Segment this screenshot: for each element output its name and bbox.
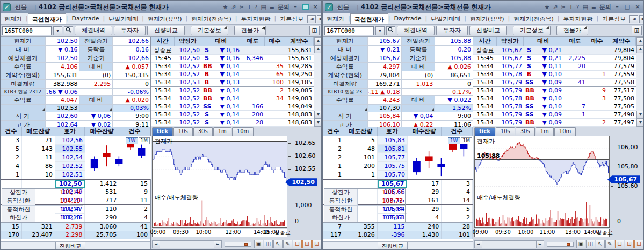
ask-price[interactable]: 105,81 — [378, 145, 408, 153]
trade-row[interactable]: 장종료105,67S▼ 0,2179,804 — [473, 46, 636, 55]
trade-row[interactable]: 15:34105,79SS▼ 0,094177,558 — [473, 79, 636, 87]
tab-7[interactable]: 투자자현황 — [237, 13, 274, 24]
tab-6[interactable]: 현재가(전종목) — [187, 13, 235, 24]
tab-2[interactable]: 국선현재가 — [350, 13, 388, 24]
favorite-icon[interactable]: ★ — [544, 4, 549, 11]
zoom-slider-handle[interactable] — [244, 243, 248, 246]
ask-price[interactable]: 105,77 — [378, 153, 408, 162]
symbol-code-input[interactable] — [2, 26, 52, 35]
print-icon[interactable]: ▤ — [582, 4, 588, 11]
hscroll-left-button[interactable]: ◄ — [475, 241, 482, 248]
range-1m-button[interactable]: 1M — [139, 137, 150, 144]
trade-row[interactable]: 15:34105,79SS▼ 0,09177,498 — [473, 111, 636, 119]
chart-tab-tick[interactable]: tick — [152, 127, 173, 136]
scroll-up-button[interactable]: ▲ — [636, 45, 644, 53]
symbol-code-input[interactable] — [324, 26, 374, 35]
scroll-down-button[interactable]: ▼ — [314, 111, 322, 119]
favorite-icon[interactable]: ★ — [222, 4, 228, 11]
zoom-slider-handle[interactable] — [567, 243, 570, 246]
current-price-cell[interactable]: 105,67 — [378, 180, 408, 188]
close-button[interactable]: × — [634, 4, 641, 11]
trade-row[interactable]: 15:45102,50S▼ 0,166,346155,631 — [151, 55, 314, 63]
cursor-icon[interactable]: ↖ — [596, 240, 605, 248]
combo-dropdown-button[interactable]: ▾ — [53, 26, 62, 35]
maximize-button[interactable] — [302, 4, 309, 10]
trade-row[interactable]: 15:34105,79BB▼ 0,09277,497 — [473, 119, 636, 127]
depth-compare-button[interactable]: 잔량비교 — [469, 26, 507, 35]
trade-row[interactable]: 15:34105,79BB▼ 0,09977,517 — [473, 87, 636, 95]
chart-tab-10s[interactable]: 10s — [173, 127, 193, 136]
list-icon[interactable]: ≡ — [591, 4, 596, 11]
chart-h-scrollbar[interactable]: ◄► — [474, 240, 544, 248]
scroll-top-button[interactable]: ▲ — [636, 37, 644, 45]
ask-price[interactable]: 102,52 — [55, 162, 85, 171]
trade-row[interactable]: 15:45105,67S▼ 0,212,22579,804 — [473, 55, 636, 63]
current-price-cell[interactable]: 102,50 — [55, 180, 85, 188]
chart-tab-10s[interactable]: 10s — [496, 127, 515, 136]
spot-price-menu-button[interactable]: 현물가 — [234, 26, 266, 35]
trade-row[interactable]: 15:34102,52SS▼ 0,14166149,049 — [151, 102, 314, 111]
help-icon[interactable]: ? — [576, 4, 580, 11]
search-icon[interactable] — [64, 26, 73, 35]
export-icon[interactable]: ⇗ — [231, 4, 236, 11]
grid-view-icon[interactable]: ⊞ — [632, 26, 642, 35]
basic-info-menu-button[interactable]: 기본정보 — [513, 26, 551, 35]
inquiry-link[interactable]: 문의 — [599, 3, 611, 11]
app-check-icon[interactable]: ✓ — [325, 3, 333, 11]
zoom-slider[interactable] — [547, 242, 574, 247]
tab-8[interactable]: 기본정보 — [276, 13, 307, 24]
tab-2[interactable]: 국선현재가 — [28, 13, 66, 24]
tab-scroll-left-button[interactable]: ◄ — [629, 15, 638, 23]
zoom-in-icon[interactable]: ⊞ — [625, 240, 634, 248]
investor-button[interactable]: 투자자 — [114, 26, 146, 35]
link-icon[interactable]: ✂ — [240, 4, 244, 11]
pencil-icon[interactable]: ✎ — [283, 240, 292, 248]
trade-row[interactable]: 15:34102,52BB▼ 0,142149,085 — [151, 87, 314, 95]
tab-5[interactable]: 현재가(요약) — [466, 13, 508, 24]
chart-h-scrollbar[interactable]: ◄► — [152, 240, 222, 248]
zoom-fit-icon[interactable]: ⊡ — [312, 240, 321, 248]
scroll-down-button[interactable]: ▼ — [636, 111, 644, 119]
chart-tab-10m[interactable]: 10m — [232, 127, 254, 136]
inquiry-link[interactable]: 문의 — [278, 3, 290, 11]
app-check-icon[interactable]: ✓ — [3, 3, 11, 11]
tab-scroll-right-button[interactable]: ► — [639, 15, 644, 23]
comment-icon[interactable]: ◫ — [586, 240, 595, 248]
ask-price[interactable]: 102,54 — [55, 153, 85, 162]
basic-info-menu-button[interactable]: 기본정보 — [191, 26, 228, 35]
trade-row[interactable]: 15:34102,52S▼ 0,14200148,883 — [151, 111, 314, 119]
text-icon[interactable]: T — [569, 4, 573, 11]
trade-row[interactable]: 15:34102,52B▼ 0,1465149,250 — [151, 71, 314, 79]
scroll-bottom-button[interactable]: ▼ — [314, 119, 322, 127]
list-icon[interactable]: ≡ — [270, 4, 274, 11]
ask-price[interactable]: 102,55 — [55, 145, 85, 153]
tab-3[interactable]: Daytrade — [390, 13, 425, 24]
chart-tab-30s[interactable]: 30s — [193, 127, 213, 136]
search-icon[interactable] — [386, 26, 395, 35]
current-price-row[interactable]: 105,67173 — [323, 179, 473, 188]
trade-row[interactable]: 15:34102,53B▼ 0,13100149,185 — [151, 79, 314, 87]
link-icon[interactable]: ✂ — [561, 4, 566, 11]
scroll-top-button[interactable]: ▲ — [314, 37, 322, 45]
chart-tab-30s[interactable]: 30s — [516, 127, 535, 136]
ask-price[interactable]: 102,51 — [55, 171, 85, 179]
depth-compare-button[interactable]: 잔량비교 — [147, 26, 185, 35]
zoom-out-icon[interactable]: ⊟ — [293, 240, 302, 248]
comment-icon[interactable]: ◫ — [264, 240, 273, 248]
ask-price[interactable]: 102,56 — [55, 136, 85, 145]
range-1m-button[interactable]: 1M — [461, 137, 473, 144]
trade-history-button[interactable]: 체결내역 — [75, 26, 112, 35]
zoom-slider[interactable] — [225, 242, 251, 247]
cursor-icon[interactable]: ↖ — [273, 240, 283, 248]
tab-3[interactable]: Daytrade — [68, 13, 103, 24]
tab-5[interactable]: 현재가(요약) — [144, 13, 186, 24]
hscroll-right-button[interactable]: ► — [214, 241, 221, 248]
trade-row[interactable]: 15:34105,77S▼ 0,112077,579 — [473, 63, 636, 71]
depth-compare-footer-button[interactable]: 잔량비교 — [55, 242, 85, 250]
tab-8[interactable]: 기본정보 — [598, 13, 629, 24]
trade-history-button[interactable]: 체결내역 — [397, 26, 435, 35]
investor-button[interactable]: 투자자 — [436, 26, 468, 35]
zoom-fit-icon[interactable]: ⊡ — [634, 240, 643, 248]
grid-view-icon[interactable]: ⊞ — [309, 26, 320, 35]
current-price-row[interactable]: 102,501,41215 — [1, 179, 150, 188]
